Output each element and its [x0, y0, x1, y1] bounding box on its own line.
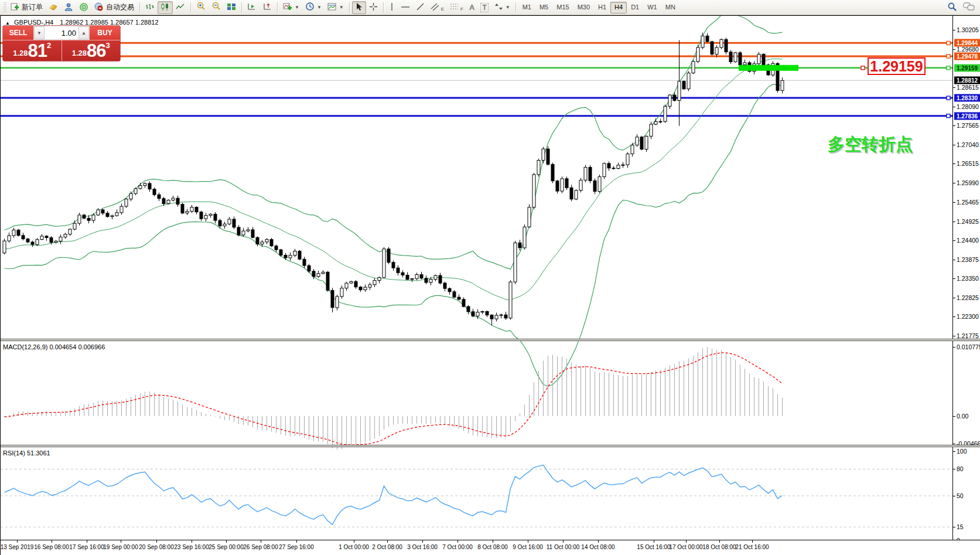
price-level-badge: 1.28812 [954, 77, 980, 84]
cursor-icon [355, 2, 363, 13]
new-order-button[interactable]: 新订单 [8, 1, 46, 14]
time-tick [493, 540, 493, 543]
sell-price[interactable]: 1.28 81 2 [3, 40, 62, 61]
macd-pane-splitter[interactable] [1, 339, 980, 341]
volume-decrease-button[interactable]: ▼ [34, 26, 45, 39]
candlestick-chart-button[interactable] [158, 1, 173, 14]
time-tick [261, 540, 261, 543]
cursor-tool-button[interactable] [352, 1, 366, 14]
time-label: 18 Oct 08:00 [702, 544, 736, 550]
time-tick [457, 540, 458, 543]
time-label: 23 Sep 16:00 [174, 544, 209, 550]
price-callout-box[interactable]: 1.29159 [868, 57, 926, 75]
macd-axis-label: 0.010775 [957, 343, 980, 350]
axis-tick [953, 125, 955, 126]
buy-price-big: 86 [87, 43, 105, 59]
timeframe-m1-button[interactable]: M1 [518, 2, 535, 13]
turning-point-annotation[interactable]: 多空转折点 [828, 133, 913, 156]
time-tick [296, 540, 297, 543]
periods-button[interactable]: ▼ [302, 1, 325, 14]
arrows-tool-button[interactable]: ▼ [491, 1, 513, 14]
axis-tick [953, 49, 955, 50]
price-tick-label: 1.25465 [957, 199, 979, 206]
volume-input[interactable] [45, 26, 78, 39]
rsi-pane-splitter[interactable] [1, 445, 980, 447]
dropdown-arrow-icon: ▼ [506, 5, 510, 10]
axis-tick [953, 316, 955, 317]
bar-chart-icon [145, 2, 155, 13]
autotrading-button[interactable]: 自动交易 [91, 1, 137, 14]
time-label: 3 Oct 16:00 [407, 544, 438, 550]
chart-shift-button[interactable] [259, 1, 275, 14]
price-tick-label: 1.30205 [957, 26, 979, 33]
line-chart-button[interactable] [173, 1, 188, 14]
timeframe-h4-button[interactable]: H4 [610, 2, 627, 13]
timeframe-mn-button[interactable]: MN [661, 2, 679, 13]
tile-windows-icon [227, 2, 236, 13]
timeframe-m5-button[interactable]: M5 [535, 2, 552, 13]
time-label: 27 Sep 16:00 [279, 544, 314, 550]
journal-button[interactable] [46, 1, 61, 14]
search-button[interactable] [944, 1, 960, 14]
vertical-line-tool-button[interactable] [386, 1, 398, 14]
timeframe-w1-button[interactable]: W1 [643, 2, 661, 13]
trendline-icon [416, 2, 425, 13]
one-click-trading-panel: SELL ▼ ▲ BUY 1.28 81 2 1.28 86 3 [3, 26, 120, 61]
volume-increase-button[interactable]: ▲ [78, 26, 89, 39]
axis-tick [953, 202, 955, 203]
timeframe-d1-button[interactable]: D1 [627, 2, 643, 13]
crosshair-tool-button[interactable] [366, 1, 381, 14]
signals-button[interactable] [76, 1, 91, 14]
macd-label: MACD(12,26,9) 0.004654 0.006966 [3, 343, 105, 350]
timeframe-m15-button[interactable]: M15 [552, 2, 573, 13]
symbol-period: GBPUSD-,H4 [14, 19, 53, 26]
collapse-triangle-icon[interactable]: ▲ [5, 21, 10, 26]
zoom-out-button[interactable] [209, 1, 224, 14]
price-tick-label: 1.24925 [957, 218, 979, 225]
autotrading-label: 自动交易 [106, 2, 134, 12]
text-tool-button[interactable]: A [466, 1, 477, 14]
sell-price-small: 1.28 [13, 47, 28, 59]
crosshair-icon [369, 2, 378, 13]
sell-button[interactable]: SELL [3, 26, 33, 40]
buy-button[interactable]: BUY [90, 26, 120, 40]
axis-tick [953, 347, 955, 348]
channel-tool-button[interactable]: E [428, 1, 447, 14]
timeframe-h1-button[interactable]: H1 [594, 2, 610, 13]
channel-letter: E [441, 6, 444, 12]
axis-tick [953, 164, 955, 164]
horizontal-line-tool-button[interactable] [398, 1, 413, 14]
text-label-tool-button[interactable]: T [477, 1, 491, 14]
bar-chart-button[interactable] [142, 1, 158, 14]
chart-canvas[interactable] [1, 16, 952, 540]
fibonacci-letter: F [460, 6, 463, 12]
price-level-badge: 1.29844 [954, 39, 980, 47]
time-label: 7 Oct 00:00 [442, 544, 473, 550]
time-label: 25 Sep 00:00 [209, 544, 244, 550]
chat-button[interactable] [960, 1, 978, 14]
time-label: 9 Oct 16:00 [513, 544, 543, 550]
templates-button[interactable]: ▼ [325, 1, 347, 14]
toolbar-separator [515, 2, 516, 13]
fibonacci-tool-button[interactable]: F [447, 1, 466, 14]
toolbar-drag-handle[interactable] [4, 2, 6, 13]
axis-tick [953, 444, 955, 444]
indicators-icon [283, 2, 292, 13]
timeframe-m30-button[interactable]: M30 [573, 2, 594, 13]
trendline-tool-button[interactable] [413, 1, 428, 14]
zoom-in-button[interactable] [193, 1, 209, 14]
time-tick [752, 540, 753, 543]
profile-icon [64, 2, 73, 13]
buy-price[interactable]: 1.28 86 3 [62, 40, 121, 61]
time-tick [52, 540, 52, 543]
axis-tick [953, 496, 955, 496]
tile-windows-button[interactable] [224, 1, 239, 14]
profile-button[interactable] [61, 1, 76, 14]
indicators-button[interactable]: ▼ [280, 1, 302, 14]
time-tick [387, 540, 388, 543]
zoom-out-icon [211, 2, 221, 13]
label-tool-letter: T [480, 3, 488, 12]
auto-scroll-button[interactable] [244, 1, 259, 14]
fibonacci-icon [450, 2, 460, 13]
price-level-badge: 1.29478 [954, 53, 980, 60]
